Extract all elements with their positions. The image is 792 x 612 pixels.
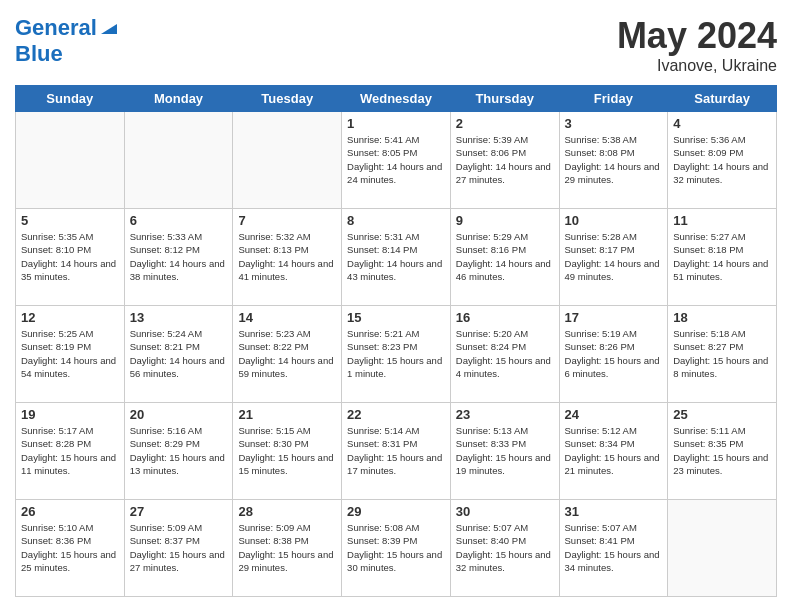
cell-info: Sunrise: 5:20 AM Sunset: 8:24 PM Dayligh… [456, 327, 554, 380]
logo-general: General [15, 15, 97, 41]
day-number: 25 [673, 407, 771, 422]
day-number: 1 [347, 116, 445, 131]
cell-info: Sunrise: 5:36 AM Sunset: 8:09 PM Dayligh… [673, 133, 771, 186]
day-number: 31 [565, 504, 663, 519]
day-number: 19 [21, 407, 119, 422]
logo: General Blue [15, 15, 119, 67]
cell-info: Sunrise: 5:09 AM Sunset: 8:38 PM Dayligh… [238, 521, 336, 574]
day-number: 10 [565, 213, 663, 228]
col-thursday: Thursday [450, 86, 559, 112]
day-number: 14 [238, 310, 336, 325]
cell-info: Sunrise: 5:19 AM Sunset: 8:26 PM Dayligh… [565, 327, 663, 380]
table-row: 23Sunrise: 5:13 AM Sunset: 8:33 PM Dayli… [450, 403, 559, 500]
cell-info: Sunrise: 5:10 AM Sunset: 8:36 PM Dayligh… [21, 521, 119, 574]
header: General Blue May 2024 Ivanove, Ukraine [15, 15, 777, 75]
calendar-week-row: 26Sunrise: 5:10 AM Sunset: 8:36 PM Dayli… [16, 500, 777, 597]
cell-info: Sunrise: 5:14 AM Sunset: 8:31 PM Dayligh… [347, 424, 445, 477]
day-number: 17 [565, 310, 663, 325]
cell-info: Sunrise: 5:33 AM Sunset: 8:12 PM Dayligh… [130, 230, 228, 283]
logo-blue: Blue [15, 41, 63, 67]
cell-info: Sunrise: 5:13 AM Sunset: 8:33 PM Dayligh… [456, 424, 554, 477]
cell-info: Sunrise: 5:07 AM Sunset: 8:41 PM Dayligh… [565, 521, 663, 574]
cell-info: Sunrise: 5:15 AM Sunset: 8:30 PM Dayligh… [238, 424, 336, 477]
calendar-table: Sunday Monday Tuesday Wednesday Thursday… [15, 85, 777, 597]
cell-info: Sunrise: 5:29 AM Sunset: 8:16 PM Dayligh… [456, 230, 554, 283]
cell-info: Sunrise: 5:39 AM Sunset: 8:06 PM Dayligh… [456, 133, 554, 186]
calendar-week-row: 5Sunrise: 5:35 AM Sunset: 8:10 PM Daylig… [16, 209, 777, 306]
day-number: 26 [21, 504, 119, 519]
table-row: 31Sunrise: 5:07 AM Sunset: 8:41 PM Dayli… [559, 500, 668, 597]
day-number: 24 [565, 407, 663, 422]
table-row: 4Sunrise: 5:36 AM Sunset: 8:09 PM Daylig… [668, 112, 777, 209]
col-monday: Monday [124, 86, 233, 112]
page: General Blue May 2024 Ivanove, Ukraine S… [0, 0, 792, 612]
calendar-week-row: 12Sunrise: 5:25 AM Sunset: 8:19 PM Dayli… [16, 306, 777, 403]
table-row: 28Sunrise: 5:09 AM Sunset: 8:38 PM Dayli… [233, 500, 342, 597]
title-location: Ivanove, Ukraine [617, 57, 777, 75]
cell-info: Sunrise: 5:25 AM Sunset: 8:19 PM Dayligh… [21, 327, 119, 380]
calendar-week-row: 19Sunrise: 5:17 AM Sunset: 8:28 PM Dayli… [16, 403, 777, 500]
cell-info: Sunrise: 5:27 AM Sunset: 8:18 PM Dayligh… [673, 230, 771, 283]
table-row: 30Sunrise: 5:07 AM Sunset: 8:40 PM Dayli… [450, 500, 559, 597]
cell-info: Sunrise: 5:38 AM Sunset: 8:08 PM Dayligh… [565, 133, 663, 186]
cell-info: Sunrise: 5:28 AM Sunset: 8:17 PM Dayligh… [565, 230, 663, 283]
day-number: 8 [347, 213, 445, 228]
cell-info: Sunrise: 5:23 AM Sunset: 8:22 PM Dayligh… [238, 327, 336, 380]
table-row: 21Sunrise: 5:15 AM Sunset: 8:30 PM Dayli… [233, 403, 342, 500]
table-row: 18Sunrise: 5:18 AM Sunset: 8:27 PM Dayli… [668, 306, 777, 403]
day-number: 3 [565, 116, 663, 131]
table-row: 2Sunrise: 5:39 AM Sunset: 8:06 PM Daylig… [450, 112, 559, 209]
col-wednesday: Wednesday [342, 86, 451, 112]
day-number: 9 [456, 213, 554, 228]
table-row: 22Sunrise: 5:14 AM Sunset: 8:31 PM Dayli… [342, 403, 451, 500]
day-number: 22 [347, 407, 445, 422]
table-row: 19Sunrise: 5:17 AM Sunset: 8:28 PM Dayli… [16, 403, 125, 500]
logo-line1: General [15, 15, 119, 41]
table-row: 17Sunrise: 5:19 AM Sunset: 8:26 PM Dayli… [559, 306, 668, 403]
cell-info: Sunrise: 5:18 AM Sunset: 8:27 PM Dayligh… [673, 327, 771, 380]
table-row: 3Sunrise: 5:38 AM Sunset: 8:08 PM Daylig… [559, 112, 668, 209]
col-sunday: Sunday [16, 86, 125, 112]
table-row: 13Sunrise: 5:24 AM Sunset: 8:21 PM Dayli… [124, 306, 233, 403]
day-number: 29 [347, 504, 445, 519]
day-number: 5 [21, 213, 119, 228]
cell-info: Sunrise: 5:21 AM Sunset: 8:23 PM Dayligh… [347, 327, 445, 380]
day-number: 21 [238, 407, 336, 422]
cell-info: Sunrise: 5:31 AM Sunset: 8:14 PM Dayligh… [347, 230, 445, 283]
svg-marker-0 [101, 24, 117, 34]
table-row: 20Sunrise: 5:16 AM Sunset: 8:29 PM Dayli… [124, 403, 233, 500]
table-row: 1Sunrise: 5:41 AM Sunset: 8:05 PM Daylig… [342, 112, 451, 209]
day-number: 16 [456, 310, 554, 325]
col-tuesday: Tuesday [233, 86, 342, 112]
table-row: 8Sunrise: 5:31 AM Sunset: 8:14 PM Daylig… [342, 209, 451, 306]
logo-icon [99, 16, 119, 36]
day-number: 20 [130, 407, 228, 422]
cell-info: Sunrise: 5:09 AM Sunset: 8:37 PM Dayligh… [130, 521, 228, 574]
table-row: 14Sunrise: 5:23 AM Sunset: 8:22 PM Dayli… [233, 306, 342, 403]
day-number: 2 [456, 116, 554, 131]
day-number: 12 [21, 310, 119, 325]
day-number: 4 [673, 116, 771, 131]
calendar-header-row: Sunday Monday Tuesday Wednesday Thursday… [16, 86, 777, 112]
calendar-week-row: 1Sunrise: 5:41 AM Sunset: 8:05 PM Daylig… [16, 112, 777, 209]
col-saturday: Saturday [668, 86, 777, 112]
table-row [668, 500, 777, 597]
day-number: 15 [347, 310, 445, 325]
cell-info: Sunrise: 5:35 AM Sunset: 8:10 PM Dayligh… [21, 230, 119, 283]
table-row: 7Sunrise: 5:32 AM Sunset: 8:13 PM Daylig… [233, 209, 342, 306]
table-row: 16Sunrise: 5:20 AM Sunset: 8:24 PM Dayli… [450, 306, 559, 403]
cell-info: Sunrise: 5:24 AM Sunset: 8:21 PM Dayligh… [130, 327, 228, 380]
cell-info: Sunrise: 5:07 AM Sunset: 8:40 PM Dayligh… [456, 521, 554, 574]
table-row: 12Sunrise: 5:25 AM Sunset: 8:19 PM Dayli… [16, 306, 125, 403]
table-row: 6Sunrise: 5:33 AM Sunset: 8:12 PM Daylig… [124, 209, 233, 306]
table-row [233, 112, 342, 209]
cell-info: Sunrise: 5:17 AM Sunset: 8:28 PM Dayligh… [21, 424, 119, 477]
table-row: 10Sunrise: 5:28 AM Sunset: 8:17 PM Dayli… [559, 209, 668, 306]
table-row: 11Sunrise: 5:27 AM Sunset: 8:18 PM Dayli… [668, 209, 777, 306]
col-friday: Friday [559, 86, 668, 112]
day-number: 7 [238, 213, 336, 228]
table-row: 29Sunrise: 5:08 AM Sunset: 8:39 PM Dayli… [342, 500, 451, 597]
table-row: 27Sunrise: 5:09 AM Sunset: 8:37 PM Dayli… [124, 500, 233, 597]
table-row: 15Sunrise: 5:21 AM Sunset: 8:23 PM Dayli… [342, 306, 451, 403]
cell-info: Sunrise: 5:41 AM Sunset: 8:05 PM Dayligh… [347, 133, 445, 186]
